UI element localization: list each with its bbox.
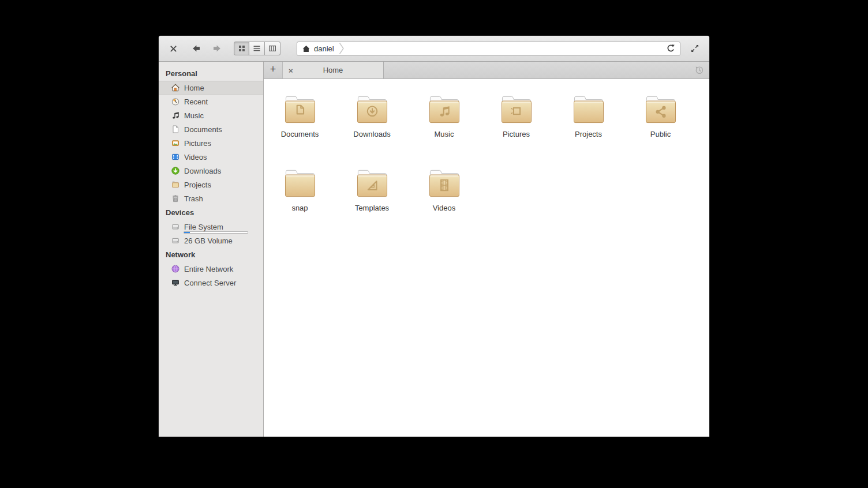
sidebar-item-label: Videos <box>184 153 207 162</box>
sidebar-item-file-system[interactable]: File System <box>159 220 263 234</box>
file-item-label: snap <box>291 204 308 212</box>
trash-icon <box>171 194 180 203</box>
history-icon <box>694 65 704 75</box>
videos-icon <box>171 152 180 162</box>
column-view-button[interactable] <box>265 42 280 55</box>
file-item-label: Documents <box>281 130 319 138</box>
sidebar-item-label: Documents <box>184 125 222 134</box>
file-item-label: Pictures <box>503 130 530 138</box>
breadcrumb[interactable]: daniel <box>302 42 345 55</box>
tab-bar: + × Home <box>264 62 709 79</box>
file-item-label: Music <box>435 130 454 138</box>
sidebar-item-recent[interactable]: Recent <box>159 95 263 108</box>
folder-icon <box>171 180 180 189</box>
tab-home[interactable]: × Home <box>283 62 384 78</box>
window-close-button[interactable] <box>167 41 179 56</box>
file-videos[interactable]: Videos <box>408 168 480 242</box>
document-icon <box>171 125 180 134</box>
harddisk-icon <box>171 236 180 245</box>
recent-icon <box>171 97 180 106</box>
sidebar-item-label: Trash <box>184 194 203 203</box>
path-bar[interactable]: daniel <box>297 42 680 56</box>
sidebar: Personal Home Recent Music Documents Pic… <box>159 62 264 437</box>
list-view-button[interactable] <box>249 42 265 55</box>
file-item-label: Downloads <box>353 130 390 138</box>
folder-icon <box>426 94 463 124</box>
sidebar-item-label: Projects <box>184 181 211 189</box>
sidebar-item-pictures[interactable]: Pictures <box>159 136 263 150</box>
file-item-label: Public <box>650 130 671 138</box>
window-close-icon <box>170 45 177 52</box>
sidebar-item-videos[interactable]: Videos <box>159 150 263 164</box>
folder-icon <box>282 94 319 124</box>
sidebar-item-label: Connect Server <box>184 279 236 287</box>
file-grid: Documents Downloads Music Pictures Proje… <box>264 79 709 437</box>
sidebar-item-connect-server[interactable]: Connect Server <box>159 276 263 290</box>
folder-icon <box>570 94 607 124</box>
sidebar-section-title: Personal <box>159 66 263 81</box>
history-button[interactable] <box>689 62 709 78</box>
downloads-icon <box>171 166 180 175</box>
back-button[interactable] <box>189 41 204 56</box>
sidebar-item-documents[interactable]: Documents <box>159 122 263 136</box>
breadcrumb-label: daniel <box>314 44 334 53</box>
reload-button[interactable] <box>664 42 678 55</box>
home-crumb-icon <box>302 44 310 53</box>
file-downloads[interactable]: Downloads <box>336 94 408 168</box>
main-pane: + × Home Documents <box>264 62 709 437</box>
tab-bar-spacer <box>384 62 689 78</box>
view-switcher <box>234 42 280 55</box>
file-templates[interactable]: Templates <box>336 168 408 242</box>
arrow-back-icon <box>192 44 201 53</box>
sidebar-item-music[interactable]: Music <box>159 108 263 122</box>
sidebar-item-entire-network[interactable]: Entire Network <box>159 262 263 276</box>
sidebar-item-label: Entire Network <box>184 265 233 273</box>
network-globe-icon <box>171 264 180 273</box>
sidebar-item-trash[interactable]: Trash <box>159 192 263 205</box>
music-icon <box>171 111 180 120</box>
pictures-icon <box>171 138 180 148</box>
sidebar-item-label: 26 GB Volume <box>184 237 233 245</box>
sidebar-item-label: Downloads <box>184 167 221 175</box>
file-snap[interactable]: snap <box>264 168 336 242</box>
file-item-label: Projects <box>575 130 602 138</box>
sidebar-item-label: Pictures <box>184 139 211 148</box>
sidebar-item-projects[interactable]: Projects <box>159 178 263 192</box>
sidebar-item-26-gb-volume[interactable]: 26 GB Volume <box>159 234 263 247</box>
expand-button[interactable] <box>687 41 702 56</box>
file-music[interactable]: Music <box>408 94 480 168</box>
grid-view-button[interactable] <box>234 42 249 55</box>
column-view-icon <box>268 44 276 52</box>
file-documents[interactable]: Documents <box>264 94 336 168</box>
arrow-forward-icon <box>212 44 222 53</box>
file-item-label: Videos <box>433 204 456 212</box>
breadcrumb-chevron-icon <box>339 42 345 55</box>
file-pictures[interactable]: Pictures <box>480 94 552 168</box>
window-body: Personal Home Recent Music Documents Pic… <box>159 62 709 437</box>
tab-close-icon[interactable]: × <box>289 66 293 74</box>
folder-icon <box>354 168 391 198</box>
folder-icon <box>354 94 391 124</box>
toolbar: daniel <box>159 36 709 62</box>
expand-icon <box>690 44 699 53</box>
file-public[interactable]: Public <box>624 94 697 168</box>
file-item-label: Templates <box>355 204 389 212</box>
sidebar-item-home[interactable]: Home <box>159 81 263 95</box>
folder-icon <box>642 94 679 124</box>
sidebar-item-label: Music <box>184 111 204 120</box>
sidebar-item-label: File System <box>184 223 223 231</box>
forward-button[interactable] <box>209 41 225 56</box>
reload-icon <box>666 44 675 53</box>
sidebar-item-downloads[interactable]: Downloads <box>159 164 263 178</box>
list-view-icon <box>253 44 261 52</box>
sidebar-section-title: Network <box>159 247 263 262</box>
home-icon <box>171 83 180 92</box>
sidebar-section-title: Devices <box>159 205 263 220</box>
sidebar-item-label: Recent <box>184 97 208 106</box>
folder-icon <box>426 168 463 198</box>
grid-view-icon <box>238 44 246 52</box>
sidebar-item-label: Home <box>184 84 204 92</box>
new-tab-button[interactable]: + <box>264 62 283 78</box>
server-monitor-icon <box>171 278 180 287</box>
file-projects[interactable]: Projects <box>552 94 624 168</box>
